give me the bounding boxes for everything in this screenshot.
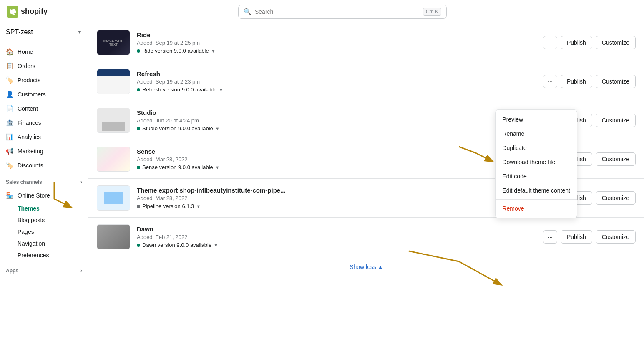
sidebar-item-marketing[interactable]: 📢 Marketing <box>0 144 88 158</box>
apps-header[interactable]: Apps › <box>0 264 88 277</box>
sidebar-item-analytics[interactable]: 📊 Analytics <box>0 130 88 144</box>
online-store-subnav: Themes Blog posts Pages Navigation Prefe… <box>0 203 88 261</box>
orders-label: Orders <box>18 63 35 69</box>
products-icon: 🏷️ <box>6 76 13 84</box>
sidebar: SPT-zest ▼ 🏠 Home 📋 Orders 🏷️ Products 👤… <box>0 23 88 340</box>
customize-button-sense[interactable]: Customize <box>596 152 636 166</box>
discounts-icon: 🏷️ <box>6 162 13 169</box>
sidebar-item-orders[interactable]: 📋 Orders <box>0 59 88 73</box>
customize-button-pipeline[interactable]: Customize <box>596 191 636 205</box>
theme-actions-refresh: ··· Publish Customize <box>543 75 636 88</box>
dropdown-divider <box>496 199 577 200</box>
publish-button-refresh[interactable]: Publish <box>561 75 592 88</box>
theme-version-refresh[interactable]: Refresh version 9.0.0 available ▼ <box>137 86 536 93</box>
store-selector-chevron: ▼ <box>77 29 82 35</box>
analytics-label: Analytics <box>18 134 41 140</box>
topbar: shopify 🔍 Ctrl K <box>0 0 644 23</box>
studio-dropdown-menu: Preview Rename Duplicate Download theme … <box>495 109 577 218</box>
theme-thumbnail-studio <box>97 108 130 133</box>
layout: SPT-zest ▼ 🏠 Home 📋 Orders 🏷️ Products 👤… <box>0 23 644 340</box>
sidebar-item-content[interactable]: 📄 Content <box>0 101 88 116</box>
analytics-icon: 📊 <box>6 133 13 141</box>
search-input[interactable] <box>255 8 420 15</box>
main-content: IMAGE WITH TEXT Ride Added: Sep 19 at 2:… <box>88 23 644 340</box>
dropdown-rename[interactable]: Rename <box>496 127 577 141</box>
theme-actions-dawn: ··· Publish Customize <box>543 230 636 244</box>
orders-icon: 📋 <box>6 62 13 70</box>
theme-version-dawn[interactable]: Dawn version 9.0.0 available ▼ <box>137 242 536 248</box>
customize-button-refresh[interactable]: Customize <box>596 75 636 88</box>
apps-expand-icon: › <box>80 268 82 274</box>
dropdown-duplicate[interactable]: Duplicate <box>496 141 577 155</box>
customize-button-ride[interactable]: Customize <box>596 36 636 49</box>
finances-icon: 🏦 <box>6 119 13 127</box>
dropdown-edit-code[interactable]: Edit code <box>496 169 577 183</box>
sales-channels-header[interactable]: Sales channels › <box>0 176 88 188</box>
sidebar-item-discounts[interactable]: 🏷️ Discounts <box>0 158 88 173</box>
theme-info-refresh: Refresh Added: Sep 19 at 2:23 pm Refresh… <box>137 70 536 93</box>
customers-label: Customers <box>18 91 46 98</box>
theme-info-studio: Studio Added: Jun 20 at 4:24 pm Studio v… <box>137 109 554 132</box>
subnav-blog-posts[interactable]: Blog posts <box>12 214 88 226</box>
dropdown-download[interactable]: Download theme file <box>496 155 577 169</box>
theme-name-refresh: Refresh <box>137 70 536 77</box>
search-bar[interactable]: 🔍 Ctrl K <box>238 5 447 19</box>
theme-info-ride: Ride Added: Sep 19 at 2:25 pm Ride versi… <box>137 31 536 54</box>
version-text-refresh: Refresh version 9.0.0 available <box>142 86 217 93</box>
publish-button-ride[interactable]: Publish <box>561 36 592 49</box>
customize-button-dawn[interactable]: Customize <box>596 230 636 244</box>
themes-list: IMAGE WITH TEXT Ride Added: Sep 19 at 2:… <box>88 23 644 340</box>
subnav-navigation[interactable]: Navigation <box>12 238 88 249</box>
subnav-pages[interactable]: Pages <box>12 226 88 238</box>
sales-channels-expand-icon: › <box>80 179 82 185</box>
theme-thumbnail-sense <box>97 147 130 172</box>
theme-version-pipeline[interactable]: Pipeline version 6.1.3 ▼ <box>137 203 536 209</box>
theme-added-ride: Added: Sep 19 at 2:25 pm <box>137 40 536 46</box>
theme-added-sense: Added: Mar 28, 2022 <box>137 156 536 162</box>
version-dot-refresh <box>137 88 140 91</box>
theme-version-ride[interactable]: Ride version 9.0.0 available ▼ <box>137 48 536 54</box>
version-text-pipeline: Pipeline version 6.1.3 <box>142 203 194 209</box>
sidebar-item-online-store[interactable]: 🏪 Online Store <box>0 188 88 203</box>
version-dot-ride <box>137 49 140 53</box>
customize-button-studio[interactable]: Customize <box>596 114 636 127</box>
theme-info-sense: Sense Added: Mar 28, 2022 Sense version … <box>137 148 536 170</box>
version-dot-studio <box>137 127 140 130</box>
sidebar-item-finances[interactable]: 🏦 Finances <box>0 116 88 130</box>
sidebar-item-products[interactable]: 🏷️ Products <box>0 73 88 87</box>
subnav-themes[interactable]: Themes <box>12 203 88 214</box>
theme-info-dawn: Dawn Added: Feb 21, 2022 Dawn version 9.… <box>137 226 536 248</box>
sidebar-item-customers[interactable]: 👤 Customers <box>0 87 88 101</box>
version-text-dawn: Dawn version 9.0.0 available <box>142 242 211 248</box>
theme-actions-ride: ··· Publish Customize <box>543 36 636 49</box>
theme-row-dawn: Dawn Added: Feb 21, 2022 Dawn version 9.… <box>88 218 644 256</box>
version-chevron-dawn: ▼ <box>214 243 218 248</box>
dropdown-remove[interactable]: Remove <box>496 201 577 216</box>
version-chevron-sense: ▼ <box>215 165 220 170</box>
home-icon: 🏠 <box>6 48 13 56</box>
theme-name-sense: Sense <box>137 148 536 155</box>
theme-added-pipeline: Added: Mar 28, 2022 <box>137 195 536 201</box>
sidebar-item-home[interactable]: 🏠 Home <box>0 45 88 59</box>
version-dot-pipeline <box>137 205 140 208</box>
dropdown-edit-default[interactable]: Edit default theme content <box>496 183 577 198</box>
store-selector[interactable]: SPT-zest ▼ <box>0 23 88 41</box>
subnav-preferences[interactable]: Preferences <box>12 249 88 261</box>
more-button-ride[interactable]: ··· <box>543 36 557 49</box>
apps-label: Apps <box>6 268 18 274</box>
online-store-label: Online Store <box>18 192 50 199</box>
show-less-button[interactable]: Show less ▲ <box>350 264 383 270</box>
more-button-refresh[interactable]: ··· <box>543 75 557 88</box>
theme-version-sense[interactable]: Sense version 9.0.0 available ▼ <box>137 164 536 170</box>
version-text-sense: Sense version 9.0.0 available <box>142 164 213 170</box>
theme-version-studio[interactable]: Studio version 9.0.0 available ▼ <box>137 125 554 132</box>
theme-added-studio: Added: Jun 20 at 4:24 pm <box>137 117 554 124</box>
online-store-icon: 🏪 <box>6 192 13 199</box>
theme-row-refresh: Refresh Added: Sep 19 at 2:23 pm Refresh… <box>88 62 644 101</box>
dropdown-preview[interactable]: Preview <box>496 112 577 127</box>
publish-button-dawn[interactable]: Publish <box>561 230 592 244</box>
version-chevron-ride: ▼ <box>211 48 216 53</box>
more-button-dawn[interactable]: ··· <box>543 230 557 244</box>
show-less-section: Show less ▲ <box>88 256 644 277</box>
home-label: Home <box>18 48 33 55</box>
